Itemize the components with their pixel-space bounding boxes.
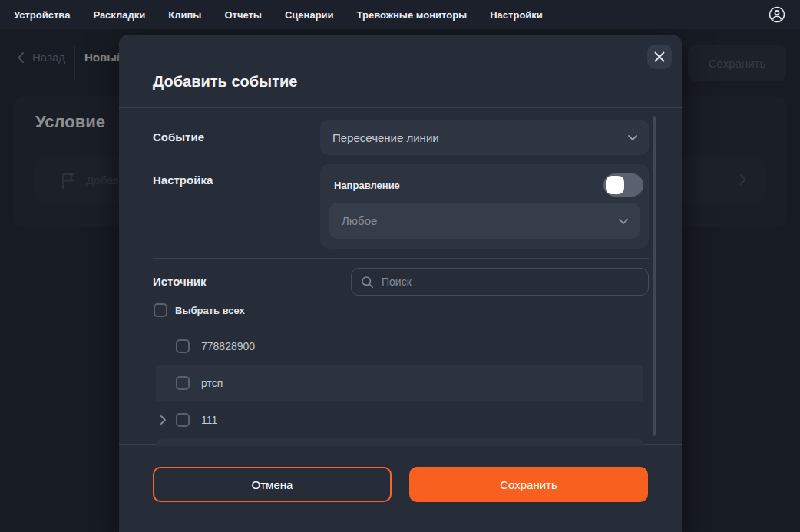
nav-item-alarm-monitors[interactable]: Тревожные мониторы [357, 9, 468, 21]
search-icon [361, 276, 374, 289]
event-field-label: Событие [153, 131, 204, 144]
item-checkbox[interactable] [176, 339, 190, 353]
item-checkbox[interactable] [176, 413, 190, 427]
nav-item-clips[interactable]: Клипы [168, 9, 201, 21]
item-label: 111 [201, 414, 217, 426]
source-search[interactable] [351, 268, 649, 296]
list-item-partial [156, 438, 643, 446]
add-event-modal: Добавить событие Событие Пересечение лин… [119, 35, 682, 532]
source-field-label: Источник [153, 275, 207, 288]
direction-toggle[interactable] [603, 173, 643, 197]
close-icon[interactable] [647, 45, 672, 69]
top-nav: Устройства Раскладки Клипы Отчеты Сценар… [0, 0, 800, 29]
list-item[interactable]: 778828900 [156, 328, 643, 365]
chevron-right-icon[interactable] [160, 415, 167, 428]
search-input[interactable] [380, 275, 648, 289]
list-item[interactable]: 111 [156, 401, 643, 438]
section-divider [153, 258, 649, 259]
item-label: ртсп [201, 377, 223, 389]
source-list: 778828900 ртсп 111 [156, 328, 643, 446]
save-button[interactable]: Сохранить [409, 467, 648, 502]
scrollbar-thumb[interactable] [653, 116, 656, 436]
direction-label: Направление [334, 180, 400, 191]
select-all-row[interactable]: Выбрать всех [154, 303, 245, 317]
chevron-down-icon [627, 131, 638, 147]
nav-item-layouts[interactable]: Раскладки [93, 9, 145, 21]
nav-item-devices[interactable]: Устройства [14, 9, 70, 21]
event-select-value: Пересечение линии [320, 131, 439, 144]
direction-select[interactable]: Любое [329, 203, 640, 239]
modal-content: Событие Пересечение линии Настройка Напр… [119, 107, 682, 445]
nav-item-reports[interactable]: Отчеты [224, 9, 262, 21]
item-checkbox[interactable] [176, 376, 190, 390]
nav-item-settings[interactable]: Настройки [490, 9, 543, 21]
list-item[interactable]: ртсп [156, 365, 643, 401]
modal-title: Добавить событие [153, 73, 297, 91]
item-label: 778828900 [201, 340, 255, 352]
chevron-down-icon [618, 215, 629, 230]
settings-panel: Направление Любое [320, 164, 649, 249]
event-select[interactable]: Пересечение линии [320, 120, 649, 155]
user-profile-icon[interactable] [768, 5, 786, 24]
toggle-knob [606, 176, 624, 194]
cancel-button[interactable]: Отмена [153, 467, 392, 502]
select-all-checkbox[interactable] [154, 303, 167, 317]
select-all-label: Выбрать всех [175, 305, 245, 316]
direction-select-value: Любое [329, 214, 377, 227]
settings-field-label: Настройка [153, 173, 213, 187]
nav-item-scenarios[interactable]: Сценарии [285, 9, 334, 21]
